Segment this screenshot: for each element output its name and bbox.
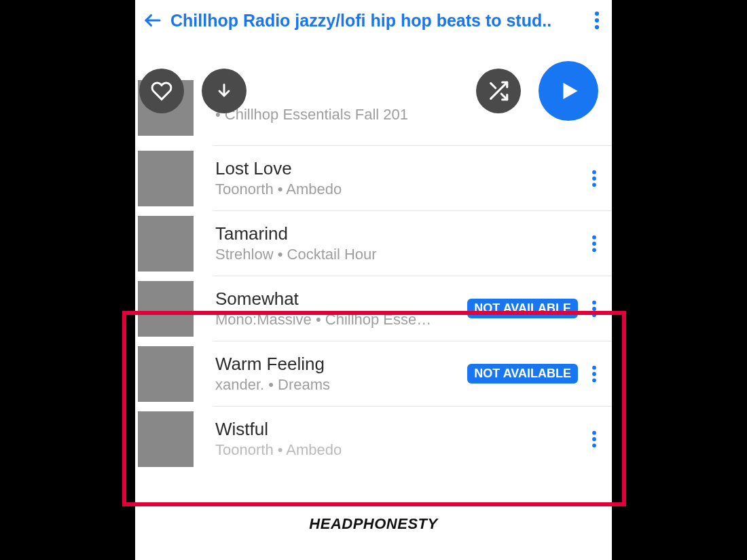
album-art: [138, 346, 194, 402]
track-title: Tamarind: [215, 223, 579, 244]
svg-marker-8: [564, 83, 578, 99]
track-title: Lost Love: [215, 158, 579, 179]
shuffle-button[interactable]: [476, 69, 521, 113]
track-info: Warm Feeling xander. • Dreams: [215, 354, 467, 394]
action-bar: [135, 61, 612, 121]
track-row[interactable]: Tamarind Strehlow • Cocktail Hour: [213, 211, 612, 276]
more-vertical-icon: [591, 299, 597, 318]
shuffle-icon: [487, 79, 510, 102]
svg-point-11: [592, 183, 596, 187]
track-subtitle: Mono:Massive • Chillhop Esse…: [215, 311, 460, 329]
svg-point-9: [592, 170, 596, 174]
svg-line-7: [491, 83, 496, 88]
track-more-button[interactable]: [586, 230, 602, 257]
playlist-title: Chillhop Radio jazzy/lofi hip hop beats …: [170, 11, 582, 31]
svg-point-1: [595, 12, 599, 16]
download-button[interactable]: [202, 69, 247, 113]
svg-point-19: [592, 372, 596, 376]
header-more-button[interactable]: [589, 10, 605, 31]
svg-point-17: [592, 313, 596, 317]
album-art: [138, 281, 194, 337]
svg-point-2: [595, 18, 599, 22]
track-subtitle: Strehlow • Cocktail Hour: [215, 246, 579, 263]
svg-point-22: [592, 437, 596, 441]
play-icon: [556, 79, 581, 103]
download-icon: [215, 81, 234, 100]
svg-point-20: [592, 378, 596, 382]
track-subtitle: xander. • Dreams: [215, 376, 460, 394]
more-vertical-icon: [591, 365, 597, 384]
back-button[interactable]: [142, 10, 164, 31]
watermark: HEADPHONESTY: [309, 515, 437, 533]
album-art: [138, 411, 194, 467]
not-available-badge: NOT AVAILABLE: [467, 364, 578, 384]
arrow-left-icon: [143, 10, 163, 31]
svg-point-14: [592, 248, 596, 252]
svg-point-15: [592, 300, 596, 304]
track-row[interactable]: Wistful Toonorth • Ambedo: [213, 407, 612, 471]
svg-point-3: [595, 25, 599, 29]
track-title: Warm Feeling: [215, 354, 460, 375]
svg-point-13: [592, 242, 596, 246]
track-info: Tamarind Strehlow • Cocktail Hour: [215, 223, 586, 263]
svg-point-21: [592, 430, 596, 434]
track-info: Wistful Toonorth • Ambedo: [215, 419, 586, 459]
track-subtitle: Toonorth • Ambedo: [215, 441, 579, 459]
more-vertical-icon: [591, 234, 597, 253]
track-row[interactable]: Warm Feeling xander. • Dreams NOT AVAILA…: [213, 341, 612, 407]
svg-point-12: [592, 235, 596, 239]
music-app: Chillhop Radio jazzy/lofi hip hop beats …: [135, 0, 612, 560]
heart-icon: [151, 80, 172, 102]
app-header: Chillhop Radio jazzy/lofi hip hop beats …: [135, 0, 612, 38]
more-vertical-icon: [594, 10, 600, 31]
track-more-button[interactable]: [586, 295, 602, 322]
svg-point-10: [592, 176, 596, 181]
more-vertical-icon: [591, 169, 597, 188]
play-button[interactable]: [539, 61, 598, 121]
track-subtitle: Toonorth • Ambedo: [215, 181, 579, 198]
track-title: Wistful: [215, 419, 579, 440]
track-row[interactable]: Lost Love Toonorth • Ambedo: [213, 146, 612, 211]
album-art: [138, 151, 194, 206]
track-more-button[interactable]: [586, 360, 602, 388]
track-more-button[interactable]: [586, 426, 602, 453]
more-vertical-icon: [591, 430, 597, 449]
not-available-badge: NOT AVAILABLE: [467, 299, 578, 318]
track-row[interactable]: Somewhat Mono:Massive • Chillhop Esse… N…: [213, 276, 612, 341]
like-button[interactable]: [139, 69, 184, 113]
track-info: Somewhat Mono:Massive • Chillhop Esse…: [215, 288, 467, 329]
track-title: Somewhat: [215, 288, 460, 310]
album-art: [138, 216, 194, 272]
svg-point-23: [592, 443, 596, 447]
track-more-button[interactable]: [586, 165, 602, 192]
track-info: Lost Love Toonorth • Ambedo: [215, 158, 586, 198]
svg-point-16: [592, 307, 596, 311]
svg-point-18: [592, 365, 596, 369]
